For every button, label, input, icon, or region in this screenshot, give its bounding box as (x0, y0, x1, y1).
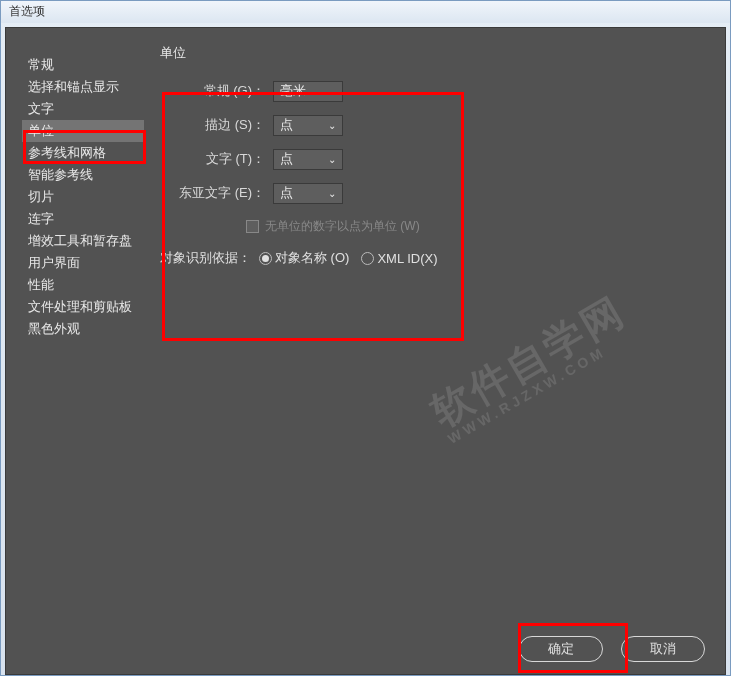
dropdown-text-value: 点 (280, 150, 293, 168)
sidebar-item-ui[interactable]: 用户界面 (22, 252, 144, 274)
label-text: 文字 (T)： (160, 150, 265, 168)
dropdown-general[interactable]: 毫米 ⌄ (273, 81, 343, 102)
sidebar-item-slices[interactable]: 切片 (22, 186, 144, 208)
sidebar: 常规 选择和锚点显示 文字 单位 参考线和网格 智能参考线 切片 连字 增效工具… (22, 38, 144, 674)
checkbox-row: 无单位的数字以点为单位 (W) (246, 218, 717, 235)
radio-xml-id[interactable] (361, 252, 374, 265)
watermark: 软件自学网 WWW.RJZXW.COM (424, 288, 640, 447)
row-asian: 东亚文字 (E)： 点 ⌄ (160, 182, 717, 204)
sidebar-item-black[interactable]: 黑色外观 (22, 318, 144, 340)
sidebar-item-hyphen[interactable]: 连字 (22, 208, 144, 230)
button-row: 确定 取消 (519, 636, 705, 662)
row-stroke: 描边 (S)： 点 ⌄ (160, 114, 717, 136)
preferences-dialog: 首选项 常规 选择和锚点显示 文字 单位 参考线和网格 智能参考线 切片 连字 … (0, 0, 731, 676)
title-bar: 首选项 (1, 1, 730, 23)
sidebar-item-units[interactable]: 单位 (22, 120, 144, 142)
sidebar-item-selection[interactable]: 选择和锚点显示 (22, 76, 144, 98)
checkbox-label: 无单位的数字以点为单位 (W) (265, 218, 420, 235)
chevron-down-icon: ⌄ (328, 86, 336, 97)
row-general: 常规 (G)： 毫米 ⌄ (160, 80, 717, 102)
dropdown-asian[interactable]: 点 ⌄ (273, 183, 343, 204)
dialog-title: 首选项 (9, 4, 45, 18)
sidebar-item-performance[interactable]: 性能 (22, 274, 144, 296)
chevron-down-icon: ⌄ (328, 120, 336, 131)
radio-main-label: 对象识别依据： (160, 249, 251, 267)
content-area: 单位 常规 (G)： 毫米 ⌄ 描边 (S)： 点 ⌄ 文字 (T)： (144, 28, 725, 674)
sidebar-item-file[interactable]: 文件处理和剪贴板 (22, 296, 144, 318)
section-title: 单位 (160, 44, 717, 62)
radio-label-object-name: 对象名称 (O) (275, 249, 349, 267)
chevron-down-icon: ⌄ (328, 188, 336, 199)
dropdown-text[interactable]: 点 ⌄ (273, 149, 343, 170)
label-asian: 东亚文字 (E)： (160, 184, 265, 202)
ok-button[interactable]: 确定 (519, 636, 603, 662)
dropdown-asian-value: 点 (280, 184, 293, 202)
cancel-button[interactable]: 取消 (621, 636, 705, 662)
sidebar-item-type[interactable]: 文字 (22, 98, 144, 120)
sidebar-item-general[interactable]: 常规 (22, 54, 144, 76)
row-text: 文字 (T)： 点 ⌄ (160, 148, 717, 170)
dropdown-stroke-value: 点 (280, 116, 293, 134)
label-general: 常规 (G)： (160, 82, 265, 100)
main-panel: 常规 选择和锚点显示 文字 单位 参考线和网格 智能参考线 切片 连字 增效工具… (5, 27, 726, 675)
sidebar-item-guides[interactable]: 参考线和网格 (22, 142, 144, 164)
checkbox-no-units[interactable] (246, 220, 259, 233)
radio-row: 对象识别依据： 对象名称 (O) XML ID(X) (160, 249, 717, 267)
sidebar-item-plugins[interactable]: 增效工具和暂存盘 (22, 230, 144, 252)
sidebar-item-smart-guides[interactable]: 智能参考线 (22, 164, 144, 186)
label-stroke: 描边 (S)： (160, 116, 265, 134)
chevron-down-icon: ⌄ (328, 154, 336, 165)
dropdown-stroke[interactable]: 点 ⌄ (273, 115, 343, 136)
radio-label-xml-id: XML ID(X) (377, 251, 437, 266)
dropdown-general-value: 毫米 (280, 82, 306, 100)
radio-object-name[interactable] (259, 252, 272, 265)
